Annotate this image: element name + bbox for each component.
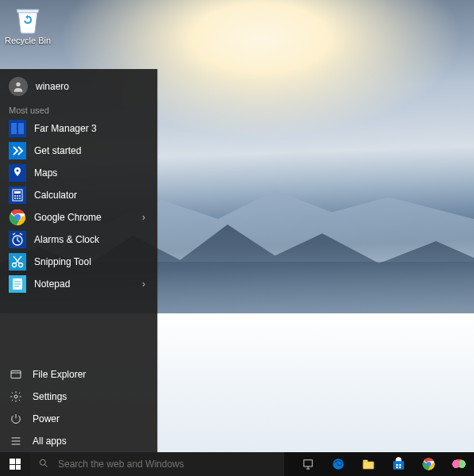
app-item-maps[interactable]: Maps <box>0 162 157 184</box>
taskbar-chrome-button[interactable] <box>414 452 444 476</box>
app-item-far[interactable]: Far Manager 3 <box>0 117 157 140</box>
notepad-icon <box>9 275 26 293</box>
settings-button[interactable]: Settings <box>0 386 157 408</box>
svg-point-0 <box>16 83 20 86</box>
svg-point-6 <box>17 170 19 172</box>
svg-point-10 <box>14 195 16 197</box>
svg-rect-31 <box>363 462 374 469</box>
taskbar-store-button[interactable] <box>383 452 414 476</box>
all-apps-icon <box>9 434 23 448</box>
user-name-label: winaero <box>36 81 69 92</box>
all-apps-label: All apps <box>33 436 67 447</box>
search-input[interactable] <box>56 458 284 470</box>
folder-icon <box>361 457 376 471</box>
most-used-list: Far Manager 3Get startedMapsCalculatorGo… <box>0 117 157 295</box>
app-item-notepad[interactable]: Notepad› <box>0 273 157 295</box>
taskbar-edge-button[interactable] <box>323 452 353 476</box>
svg-point-13 <box>14 198 16 199</box>
svg-point-27 <box>40 459 45 465</box>
task-view-icon <box>301 457 315 471</box>
gear-icon <box>9 390 23 404</box>
power-icon <box>9 412 23 426</box>
maps-icon <box>9 164 26 182</box>
app-label: Far Manager 3 <box>34 123 148 134</box>
svg-point-12 <box>19 195 21 197</box>
svg-rect-2 <box>11 123 17 134</box>
app-label: Maps <box>34 167 148 178</box>
svg-rect-25 <box>11 370 21 378</box>
app-item-getstarted[interactable]: Get started <box>0 140 157 162</box>
search-icon <box>38 458 49 471</box>
most-used-heading: Most used <box>0 102 157 117</box>
svg-point-26 <box>14 395 17 398</box>
svg-point-34 <box>426 462 431 466</box>
windows-logo-icon <box>10 459 21 470</box>
file-explorer-icon <box>9 367 23 382</box>
all-apps-button[interactable]: All apps <box>0 430 157 452</box>
svg-point-15 <box>19 198 21 199</box>
taskbar-search[interactable] <box>30 452 284 476</box>
app-item-calc[interactable]: Calculator <box>0 184 157 206</box>
calc-icon <box>9 186 26 204</box>
taskbar-file-explorer-button[interactable] <box>353 452 383 476</box>
far-icon <box>9 120 26 137</box>
recycle-bin-icon <box>12 2 44 35</box>
taskbar-gap <box>284 452 293 476</box>
app-item-chrome[interactable]: Google Chrome› <box>0 206 157 228</box>
taskbar-app-button[interactable] <box>444 452 474 476</box>
svg-rect-32 <box>393 461 404 470</box>
taskbar <box>0 452 474 476</box>
chevron-right-icon: › <box>142 278 148 290</box>
svg-rect-9 <box>14 191 21 194</box>
start-menu: winaero Most used Far Manager 3Get start… <box>0 69 157 452</box>
file-explorer-button[interactable]: File Explorer <box>0 363 157 386</box>
app-label: Snipping Tool <box>34 256 148 267</box>
chrome-icon <box>9 209 26 226</box>
svg-point-14 <box>17 198 18 199</box>
settings-label: Settings <box>33 391 67 402</box>
app-label: Alarms & Clock <box>34 234 148 245</box>
file-explorer-label: File Explorer <box>33 369 86 380</box>
app-label: Notepad <box>34 278 134 290</box>
app-item-snip[interactable]: Snipping Tool <box>0 251 157 273</box>
edge-icon <box>331 457 345 471</box>
snip-icon <box>9 253 26 271</box>
start-menu-spacer <box>0 295 157 363</box>
alarms-icon <box>9 231 26 248</box>
power-button[interactable]: Power <box>0 408 157 430</box>
chrome-icon <box>422 457 436 471</box>
desktop-icon-label: Recycle Bin <box>4 36 52 46</box>
store-icon <box>391 457 406 471</box>
svg-rect-28 <box>304 460 313 466</box>
start-button[interactable] <box>0 452 30 476</box>
app-label: Google Chrome <box>34 212 134 223</box>
svg-point-17 <box>14 214 21 221</box>
getstarted-icon <box>9 142 26 159</box>
user-avatar-icon <box>9 77 28 96</box>
desktop-icon-recycle-bin[interactable]: Recycle Bin <box>4 2 52 46</box>
svg-point-11 <box>17 195 18 197</box>
chevron-right-icon: › <box>142 212 148 223</box>
desktop: Recycle Bin winaero Most used Far Manage… <box>0 0 474 476</box>
task-view-button[interactable] <box>293 452 323 476</box>
app-label: Calculator <box>34 190 148 201</box>
app-label: Get started <box>34 145 148 156</box>
svg-rect-3 <box>18 123 24 134</box>
user-account-button[interactable]: winaero <box>0 69 157 102</box>
app-icon <box>452 459 466 469</box>
power-label: Power <box>33 413 60 424</box>
app-item-alarms[interactable]: Alarms & Clock <box>0 228 157 251</box>
